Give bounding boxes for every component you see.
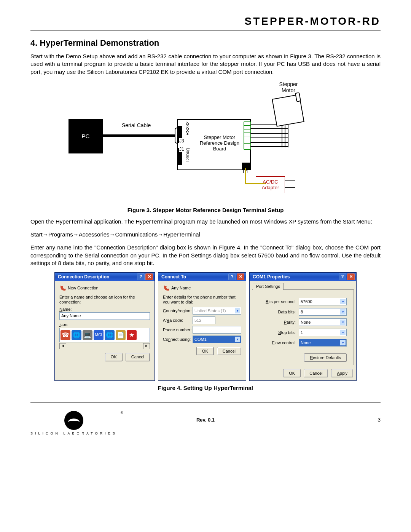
- motor-label-l1: Stepper: [279, 81, 298, 87]
- cancel-button[interactable]: Cancel: [126, 353, 150, 361]
- stopbits-select[interactable]: 1▾: [299, 329, 347, 336]
- pc-label: PC: [82, 133, 90, 139]
- name-input[interactable]: Any Name: [59, 312, 150, 320]
- figure-4-caption: Figure 4. Setting Up HyperTerminal: [30, 385, 381, 391]
- pc-box: PC: [68, 119, 103, 153]
- ok-button[interactable]: OK: [283, 369, 301, 377]
- motor-wire: [250, 146, 288, 147]
- board-text-l2: Reference Design: [200, 140, 239, 146]
- bps-label: Bits per second:: [259, 299, 299, 304]
- flow-select[interactable]: None▾: [299, 339, 347, 347]
- j3-label: J3: [179, 138, 185, 144]
- chevron-down-icon: ▾: [340, 299, 346, 304]
- globe-icon[interactable]: 🌐: [72, 330, 81, 340]
- cancel-button[interactable]: Cancel: [217, 347, 241, 355]
- serial-cable-label: Serial Cable: [122, 122, 151, 128]
- motor-wire: [250, 137, 288, 138]
- p1-connector: [242, 163, 250, 169]
- ok-button[interactable]: OK: [196, 347, 214, 355]
- parity-select[interactable]: None▾: [299, 318, 347, 326]
- close-button-icon[interactable]: ✕: [347, 273, 355, 280]
- port-settings-tab[interactable]: Port Settings: [253, 283, 284, 290]
- help-button-icon[interactable]: ?: [228, 273, 236, 280]
- registered-mark: ®: [121, 411, 123, 415]
- motor-wire: [250, 142, 288, 143]
- serial-cable-line: [103, 134, 177, 137]
- connection-icon: [59, 285, 66, 292]
- dialog-title: COM1 Properties: [253, 274, 290, 280]
- port-settings-panel: Bits per second: 57600▾ Data bits: 8▾ Pa…: [252, 289, 354, 365]
- databits-label: Data bits:: [259, 310, 299, 315]
- plug-prong: [285, 180, 295, 181]
- acdc-label-l2: Adapter: [256, 185, 285, 190]
- motor-label-l2: Motor: [282, 87, 295, 93]
- databits-select[interactable]: 8▾: [299, 308, 347, 316]
- connection-name-label: Any Name: [171, 286, 191, 291]
- connect-using-select[interactable]: COM1▾: [193, 335, 241, 343]
- section-title: HyperTerminal Demonstration: [40, 38, 159, 48]
- star-icon[interactable]: ★: [127, 330, 137, 340]
- connect-using-label: Connect using:: [163, 337, 193, 342]
- country-select[interactable]: United States (1)▾: [193, 307, 241, 315]
- silicon-labs-mark-icon: [64, 411, 83, 430]
- acdc-adapter-box: AC/DC Adapter: [256, 176, 285, 193]
- chevron-down-icon: ▾: [340, 340, 346, 345]
- ok-button[interactable]: OK: [105, 353, 123, 361]
- flow-label: Flow control:: [259, 340, 299, 345]
- figure-4-dialogs: Connection Description ? ✕ New Connectio…: [30, 272, 381, 381]
- board-text: Stepper Motor Reference Design Board: [195, 134, 244, 152]
- computer-icon[interactable]: 💻: [83, 330, 92, 340]
- help-button-icon[interactable]: ?: [137, 273, 145, 280]
- phone-icon[interactable]: ☎: [61, 330, 70, 340]
- section-heading: 4. HyperTerminal Demonstration: [30, 38, 381, 48]
- country-label: Country/region:: [163, 308, 193, 313]
- scroll-left-icon[interactable]: ◄: [59, 343, 66, 349]
- stopbits-label: Stop bits:: [259, 330, 299, 335]
- icon-selector[interactable]: ☎ 🌐 💻 MCI 🌐 📄 ★: [59, 328, 150, 342]
- power-wire: [245, 168, 246, 184]
- motor-wire: [250, 133, 288, 134]
- close-button-icon[interactable]: ✕: [237, 273, 244, 280]
- acdc-label-l1: AC/DC: [256, 179, 285, 185]
- chevron-down-icon: ▾: [340, 320, 346, 325]
- dialog-titlebar[interactable]: Connect To ? ✕: [158, 273, 246, 281]
- bps-select[interactable]: 57600▾: [299, 298, 347, 305]
- phone-label: Phone number:: [163, 328, 193, 332]
- mci-icon[interactable]: MCI: [94, 330, 104, 340]
- paragraph-3: Enter any name into the "Connection Desc…: [30, 244, 381, 267]
- restore-defaults-button[interactable]: Restore Defaults: [304, 353, 347, 362]
- area-code-label: Area code:: [163, 318, 193, 323]
- motor-label: Stepper Motor: [273, 81, 304, 93]
- section-number: 4.: [30, 38, 37, 48]
- document-icon[interactable]: 📄: [116, 330, 126, 340]
- help-button-icon[interactable]: ?: [339, 273, 346, 280]
- dialog-title: Connection Description: [58, 274, 109, 280]
- dialog-titlebar[interactable]: Connection Description ? ✕: [55, 273, 155, 281]
- connection-description-dialog: Connection Description ? ✕ New Connectio…: [54, 272, 155, 381]
- menu-path: Start→Programs→Accessories→Communication…: [30, 231, 381, 238]
- chevron-down-icon: ▾: [340, 330, 346, 335]
- chevron-down-icon: ▾: [235, 308, 240, 313]
- debug-label: Debug: [185, 148, 190, 161]
- paragraph-2: Open the HyperTerminal application. The …: [30, 218, 381, 225]
- chevron-down-icon: ▾: [235, 337, 240, 342]
- silicon-labs-text: SILICON LABORATORIES: [30, 431, 117, 435]
- connect-to-dialog: Connect To ? ✕ Any Name Enter details fo…: [158, 272, 246, 381]
- parity-label: Parity:: [259, 320, 299, 325]
- dialog-title: Connect To: [161, 274, 186, 280]
- figure-3-diagram: PC Serial Cable J3 J1 RS232 Debug Steppe…: [30, 81, 381, 203]
- phone-input[interactable]: [193, 326, 241, 334]
- dialog-titlebar[interactable]: COM1 Properties ? ✕: [250, 273, 356, 281]
- j1-label: J1: [179, 147, 185, 152]
- instruction-text: Enter a name and choose an icon for the …: [59, 295, 150, 305]
- area-code-input[interactable]: 512: [193, 316, 215, 324]
- silicon-labs-logo: ® SILICON LABORATORIES: [30, 411, 117, 435]
- new-connection-label: New Connection: [68, 286, 99, 291]
- cancel-button[interactable]: Cancel: [304, 369, 328, 377]
- scroll-right-icon[interactable]: ►: [143, 343, 150, 349]
- close-button-icon[interactable]: ✕: [145, 273, 153, 280]
- terminal-block-icon: [244, 121, 251, 150]
- apply-button[interactable]: Apply: [331, 369, 353, 377]
- board-text-l1: Stepper Motor: [204, 134, 235, 140]
- globe2-icon[interactable]: 🌐: [105, 330, 115, 340]
